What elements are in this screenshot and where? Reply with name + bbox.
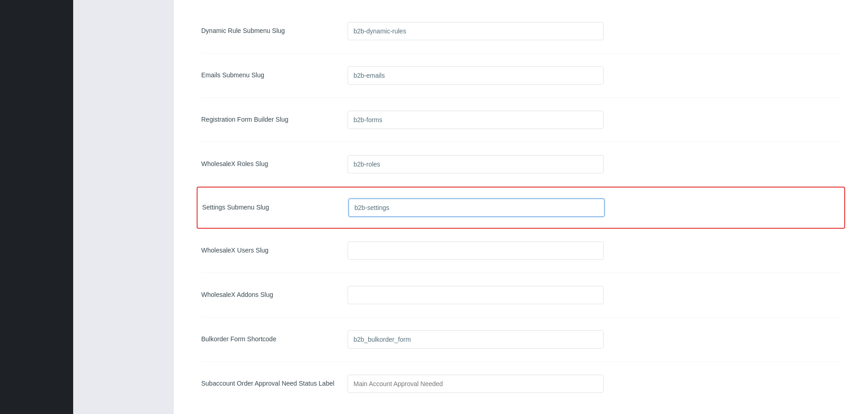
- form-row-dynamic-rule: Dynamic Rule Submenu Slug: [201, 9, 841, 54]
- main-content: Dynamic Rule Submenu Slug Emails Submenu…: [174, 0, 868, 414]
- input-subaccount[interactable]: [348, 375, 604, 393]
- input-wrapper-emails: [348, 66, 841, 85]
- label-dynamic-rule: Dynamic Rule Submenu Slug: [201, 27, 348, 36]
- input-bulkorder[interactable]: [348, 330, 604, 349]
- label-bulkorder: Bulkorder Form Shortcode: [201, 335, 348, 344]
- form-row-users: WholesaleX Users Slug: [201, 229, 841, 273]
- label-settings: Settings Submenu Slug: [202, 203, 348, 212]
- form-row-registration: Registration Form Builder Slug: [201, 98, 841, 142]
- input-wrapper-subaccount: [348, 375, 841, 393]
- input-roles[interactable]: [348, 155, 604, 173]
- form-row-settings: Settings Submenu Slug: [197, 187, 845, 229]
- input-addons[interactable]: [348, 286, 604, 304]
- label-users: WholesaleX Users Slug: [201, 246, 348, 255]
- input-wrapper-bulkorder: [348, 330, 841, 349]
- input-emails[interactable]: [348, 66, 604, 85]
- sidebar-dark: [0, 0, 73, 414]
- form-row-subaccount: Subaccount Order Approval Need Status La…: [201, 362, 841, 406]
- input-wrapper-dynamic-rule: [348, 22, 841, 40]
- input-wrapper-registration: [348, 111, 841, 129]
- input-registration[interactable]: [348, 111, 604, 129]
- form-section: Dynamic Rule Submenu Slug Emails Submenu…: [201, 0, 841, 406]
- input-wrapper-settings: [348, 199, 840, 217]
- input-users[interactable]: [348, 242, 604, 260]
- label-emails: Emails Submenu Slug: [201, 71, 348, 80]
- input-wrapper-users: [348, 242, 841, 260]
- input-dynamic-rule[interactable]: [348, 22, 604, 40]
- label-roles: WholesaleX Roles Slug: [201, 160, 348, 169]
- input-settings[interactable]: [348, 199, 605, 217]
- form-row-addons: WholesaleX Addons Slug: [201, 273, 841, 317]
- label-subaccount: Subaccount Order Approval Need Status La…: [201, 379, 348, 388]
- input-wrapper-addons: [348, 286, 841, 304]
- sidebar-light: [73, 0, 174, 414]
- form-row-roles: WholesaleX Roles Slug: [201, 142, 841, 187]
- label-addons: WholesaleX Addons Slug: [201, 290, 348, 300]
- form-row-emails: Emails Submenu Slug: [201, 54, 841, 98]
- label-registration: Registration Form Builder Slug: [201, 115, 348, 124]
- form-row-bulkorder: Bulkorder Form Shortcode: [201, 317, 841, 362]
- input-wrapper-roles: [348, 155, 841, 173]
